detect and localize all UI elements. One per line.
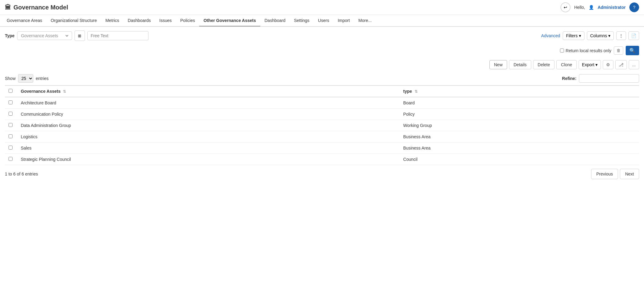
row-checkbox[interactable] (9, 123, 13, 127)
row-checkbox-cell[interactable] (5, 120, 17, 131)
user-icon: 👤 (589, 5, 594, 10)
row-checkbox[interactable] (9, 134, 13, 138)
next-button[interactable]: Next (620, 169, 639, 179)
row-checkbox-cell[interactable] (5, 143, 17, 154)
row-checkbox[interactable] (9, 100, 13, 104)
row-name: Logistics (17, 131, 400, 143)
app-title-area: 🏛 Governance Model (5, 4, 68, 11)
export-label: Export (582, 62, 594, 67)
entries-per-page-select[interactable]: 25 (18, 74, 33, 83)
clear-button[interactable]: 🗑 (614, 46, 623, 55)
row-name: Communication Policy (17, 109, 400, 120)
row-checkbox[interactable] (9, 146, 13, 150)
app-title: Governance Model (13, 4, 68, 11)
advanced-link[interactable]: Advanced (541, 33, 560, 38)
col-header-name[interactable]: Governance Assets ⇅ (17, 85, 400, 97)
filters-button[interactable]: Filters ▾ (563, 31, 584, 40)
grid-view-button[interactable]: ⊞ (75, 31, 85, 41)
columns-button[interactable]: Columns ▾ (587, 31, 614, 40)
table-row: LogisticsBusiness Area (5, 131, 639, 143)
col-type-label: type (403, 89, 412, 94)
table-row: SalesBusiness Area (5, 143, 639, 154)
ellipsis-button[interactable]: ... (629, 60, 639, 69)
col-type-sort-icon: ⇅ (415, 89, 418, 94)
table-row: Data Administration GroupWorking Group (5, 120, 639, 131)
app-icon: 🏛 (5, 4, 11, 11)
clone-button[interactable]: Clone (556, 60, 577, 69)
more-options-button[interactable]: ⋮ (616, 31, 626, 40)
row-name: Sales (17, 143, 400, 154)
nav-item-governance-areas[interactable]: Governance Areas (2, 15, 46, 27)
nav-item-other-governance-assets[interactable]: Other Governance Assets (199, 15, 260, 27)
details-button[interactable]: Details (509, 60, 531, 69)
type-label: Type (5, 33, 15, 38)
return-local-text: Return local results only (566, 48, 611, 53)
show-entries-row: Show 25 entries Refine: (0, 72, 644, 85)
table-container: Governance Assets ⇅ type ⇅ Architecture … (0, 85, 644, 165)
refine-label: Refine: (562, 76, 576, 81)
select-all-checkbox[interactable] (9, 89, 13, 93)
type-select-wrapper[interactable]: Governance Assets (17, 31, 72, 40)
row-type: Council (400, 154, 639, 165)
return-local-checkbox[interactable] (560, 49, 564, 52)
row-checkbox-cell[interactable] (5, 109, 17, 120)
free-text-input[interactable] (87, 31, 148, 40)
footer: 1 to 6 of 6 entries Previous Next (0, 165, 644, 183)
row-name: Strategic Planning Council (17, 154, 400, 165)
previous-button[interactable]: Previous (591, 169, 618, 179)
return-local-label[interactable]: Return local results only (560, 48, 611, 53)
row-checkbox[interactable] (9, 157, 13, 161)
nav-item-users[interactable]: Users (314, 15, 334, 27)
action-bar: New Details Delete Clone Export ▾ ⚙ ⎇ ..… (0, 58, 644, 72)
nav-item-dashboard[interactable]: Dashboard (260, 15, 290, 27)
filters-arrow-icon: ▾ (579, 33, 581, 38)
nav-item-issues[interactable]: Issues (155, 15, 176, 27)
col-header-type[interactable]: type ⇅ (400, 85, 639, 97)
username-link[interactable]: Administrator (598, 5, 626, 10)
nav-item-policies[interactable]: Policies (176, 15, 199, 27)
row-checkbox-cell[interactable] (5, 97, 17, 109)
nav-item-organizational-structure[interactable]: Organizational Structure (46, 15, 101, 27)
export-button[interactable]: Export ▾ (579, 60, 601, 69)
row-checkbox-cell[interactable] (5, 154, 17, 165)
filter-bar-right: Advanced Filters ▾ Columns ▾ ⋮ 📄 (541, 31, 639, 40)
pagination: Previous Next (591, 169, 639, 179)
export-icon-button[interactable]: 📄 (628, 31, 639, 40)
table-row: Communication PolicyPolicy (5, 109, 639, 120)
entries-summary: 1 to 6 of 6 entries (5, 172, 38, 176)
nav-item-more[interactable]: More... (354, 15, 376, 27)
greeting-text: Hello, (574, 5, 585, 10)
row-name: Architecture Board (17, 97, 400, 109)
select-all-col[interactable] (5, 85, 17, 97)
row-type: Board (400, 97, 639, 109)
row-checkbox-cell[interactable] (5, 131, 17, 143)
type-select[interactable]: Governance Assets (20, 33, 69, 38)
refine-input[interactable] (579, 74, 639, 83)
entries-label: entries (36, 76, 49, 81)
row-checkbox[interactable] (9, 112, 13, 116)
col-name-sort-icon: ⇅ (63, 89, 66, 94)
refresh-button[interactable]: ↩ (561, 2, 570, 12)
nav-item-metrics[interactable]: Metrics (101, 15, 123, 27)
filter-bar: Type Governance Assets ⊞ Advanced Filter… (0, 27, 644, 45)
new-button[interactable]: New (489, 60, 507, 69)
help-button[interactable]: ? (629, 2, 639, 12)
row-name: Data Administration Group (17, 120, 400, 131)
hierarchy-icon-button[interactable]: ⎇ (615, 60, 627, 69)
export-arrow-icon: ▾ (595, 62, 598, 67)
search-button[interactable]: 🔍 (626, 46, 639, 55)
row-type: Working Group (400, 120, 639, 131)
nav-item-import[interactable]: Import (333, 15, 354, 27)
table-row: Strategic Planning CouncilCouncil (5, 154, 639, 165)
columns-label: Columns (590, 33, 607, 38)
show-label: Show (5, 76, 16, 81)
main-nav: Governance AreasOrganizational Structure… (0, 15, 644, 27)
top-bar-right: ↩ Hello, 👤 Administrator ? (561, 2, 639, 12)
settings-icon-button[interactable]: ⚙ (603, 60, 613, 69)
top-bar: 🏛 Governance Model ↩ Hello, 👤 Administra… (0, 0, 644, 15)
nav-item-dashboards[interactable]: Dashboards (123, 15, 155, 27)
row-type: Business Area (400, 143, 639, 154)
nav-item-settings[interactable]: Settings (290, 15, 314, 27)
table-header-row: Governance Assets ⇅ type ⇅ (5, 85, 639, 97)
delete-button[interactable]: Delete (533, 60, 554, 69)
